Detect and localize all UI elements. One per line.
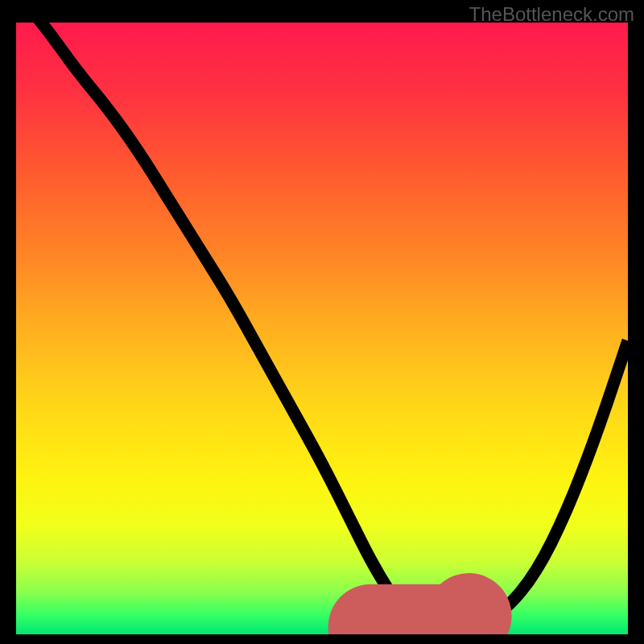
chart-svg	[16, 23, 628, 634]
optimal-point-marker	[364, 609, 378, 623]
watermark-text: TheBottleneck.com	[469, 3, 634, 26]
optimal-range-marker	[371, 616, 469, 627]
bottleneck-curve	[16, 23, 628, 628]
chart-container: TheBottleneck.com	[0, 0, 644, 644]
plot-area	[16, 23, 628, 634]
